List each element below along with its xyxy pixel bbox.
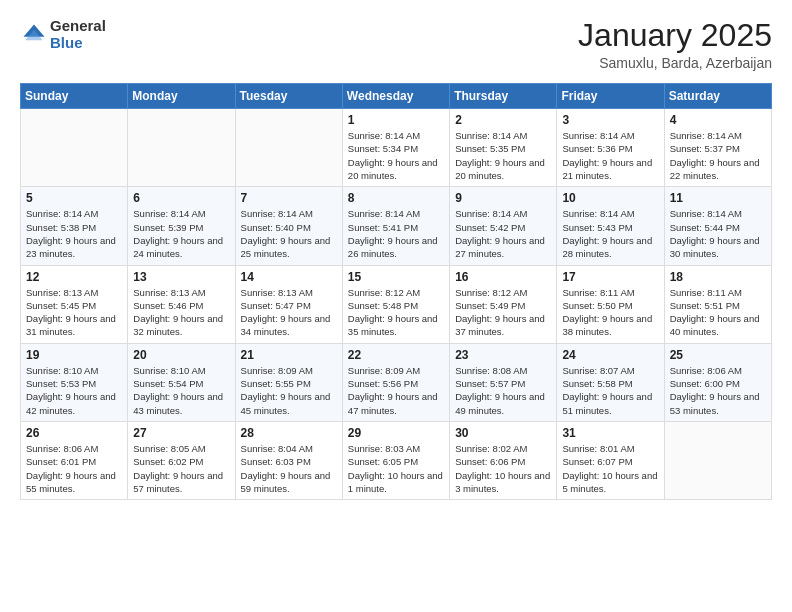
day-detail: Sunrise: 8:13 AMSunset: 5:47 PMDaylight:… — [241, 286, 337, 339]
day-cell: 11Sunrise: 8:14 AMSunset: 5:44 PMDayligh… — [664, 187, 771, 265]
day-cell: 29Sunrise: 8:03 AMSunset: 6:05 PMDayligh… — [342, 421, 449, 499]
day-cell: 22Sunrise: 8:09 AMSunset: 5:56 PMDayligh… — [342, 343, 449, 421]
day-cell: 4Sunrise: 8:14 AMSunset: 5:37 PMDaylight… — [664, 109, 771, 187]
day-cell: 31Sunrise: 8:01 AMSunset: 6:07 PMDayligh… — [557, 421, 664, 499]
day-cell: 7Sunrise: 8:14 AMSunset: 5:40 PMDaylight… — [235, 187, 342, 265]
day-cell: 8Sunrise: 8:14 AMSunset: 5:41 PMDaylight… — [342, 187, 449, 265]
day-cell — [235, 109, 342, 187]
day-number: 8 — [348, 191, 444, 205]
header: General Blue January 2025 Samuxlu, Barda… — [20, 18, 772, 71]
day-cell: 6Sunrise: 8:14 AMSunset: 5:39 PMDaylight… — [128, 187, 235, 265]
day-cell: 24Sunrise: 8:07 AMSunset: 5:58 PMDayligh… — [557, 343, 664, 421]
day-detail: Sunrise: 8:01 AMSunset: 6:07 PMDaylight:… — [562, 442, 658, 495]
day-cell: 21Sunrise: 8:09 AMSunset: 5:55 PMDayligh… — [235, 343, 342, 421]
day-detail: Sunrise: 8:09 AMSunset: 5:55 PMDaylight:… — [241, 364, 337, 417]
week-row-4: 19Sunrise: 8:10 AMSunset: 5:53 PMDayligh… — [21, 343, 772, 421]
day-number: 1 — [348, 113, 444, 127]
day-detail: Sunrise: 8:10 AMSunset: 5:54 PMDaylight:… — [133, 364, 229, 417]
day-number: 11 — [670, 191, 766, 205]
day-number: 22 — [348, 348, 444, 362]
day-number: 14 — [241, 270, 337, 284]
day-detail: Sunrise: 8:07 AMSunset: 5:58 PMDaylight:… — [562, 364, 658, 417]
day-cell: 17Sunrise: 8:11 AMSunset: 5:50 PMDayligh… — [557, 265, 664, 343]
day-detail: Sunrise: 8:14 AMSunset: 5:39 PMDaylight:… — [133, 207, 229, 260]
day-cell: 28Sunrise: 8:04 AMSunset: 6:03 PMDayligh… — [235, 421, 342, 499]
day-number: 20 — [133, 348, 229, 362]
day-number: 12 — [26, 270, 122, 284]
day-detail: Sunrise: 8:06 AMSunset: 6:01 PMDaylight:… — [26, 442, 122, 495]
day-number: 2 — [455, 113, 551, 127]
day-detail: Sunrise: 8:05 AMSunset: 6:02 PMDaylight:… — [133, 442, 229, 495]
day-detail: Sunrise: 8:14 AMSunset: 5:44 PMDaylight:… — [670, 207, 766, 260]
day-detail: Sunrise: 8:13 AMSunset: 5:46 PMDaylight:… — [133, 286, 229, 339]
day-number: 7 — [241, 191, 337, 205]
day-detail: Sunrise: 8:14 AMSunset: 5:43 PMDaylight:… — [562, 207, 658, 260]
week-row-1: 1Sunrise: 8:14 AMSunset: 5:34 PMDaylight… — [21, 109, 772, 187]
day-number: 26 — [26, 426, 122, 440]
day-number: 3 — [562, 113, 658, 127]
logo-text: General Blue — [50, 18, 106, 51]
day-number: 18 — [670, 270, 766, 284]
day-detail: Sunrise: 8:06 AMSunset: 6:00 PMDaylight:… — [670, 364, 766, 417]
day-number: 17 — [562, 270, 658, 284]
day-detail: Sunrise: 8:04 AMSunset: 6:03 PMDaylight:… — [241, 442, 337, 495]
day-cell: 16Sunrise: 8:12 AMSunset: 5:49 PMDayligh… — [450, 265, 557, 343]
day-cell: 15Sunrise: 8:12 AMSunset: 5:48 PMDayligh… — [342, 265, 449, 343]
day-number: 30 — [455, 426, 551, 440]
week-row-2: 5Sunrise: 8:14 AMSunset: 5:38 PMDaylight… — [21, 187, 772, 265]
month-title: January 2025 — [578, 18, 772, 53]
day-cell: 9Sunrise: 8:14 AMSunset: 5:42 PMDaylight… — [450, 187, 557, 265]
calendar-table: SundayMondayTuesdayWednesdayThursdayFrid… — [20, 83, 772, 500]
day-detail: Sunrise: 8:11 AMSunset: 5:50 PMDaylight:… — [562, 286, 658, 339]
day-cell: 12Sunrise: 8:13 AMSunset: 5:45 PMDayligh… — [21, 265, 128, 343]
day-detail: Sunrise: 8:14 AMSunset: 5:37 PMDaylight:… — [670, 129, 766, 182]
day-detail: Sunrise: 8:14 AMSunset: 5:36 PMDaylight:… — [562, 129, 658, 182]
weekday-header-sunday: Sunday — [21, 84, 128, 109]
weekday-header-saturday: Saturday — [664, 84, 771, 109]
day-cell: 1Sunrise: 8:14 AMSunset: 5:34 PMDaylight… — [342, 109, 449, 187]
day-cell: 18Sunrise: 8:11 AMSunset: 5:51 PMDayligh… — [664, 265, 771, 343]
day-detail: Sunrise: 8:14 AMSunset: 5:42 PMDaylight:… — [455, 207, 551, 260]
day-detail: Sunrise: 8:10 AMSunset: 5:53 PMDaylight:… — [26, 364, 122, 417]
day-cell — [21, 109, 128, 187]
day-cell: 27Sunrise: 8:05 AMSunset: 6:02 PMDayligh… — [128, 421, 235, 499]
logo-icon — [20, 21, 48, 49]
day-number: 9 — [455, 191, 551, 205]
day-number: 28 — [241, 426, 337, 440]
day-number: 29 — [348, 426, 444, 440]
day-detail: Sunrise: 8:02 AMSunset: 6:06 PMDaylight:… — [455, 442, 551, 495]
day-number: 16 — [455, 270, 551, 284]
day-cell — [128, 109, 235, 187]
logo-blue: Blue — [50, 34, 83, 51]
day-number: 31 — [562, 426, 658, 440]
day-number: 21 — [241, 348, 337, 362]
weekday-header-monday: Monday — [128, 84, 235, 109]
day-cell: 3Sunrise: 8:14 AMSunset: 5:36 PMDaylight… — [557, 109, 664, 187]
page: General Blue January 2025 Samuxlu, Barda… — [0, 0, 792, 518]
day-number: 15 — [348, 270, 444, 284]
day-number: 19 — [26, 348, 122, 362]
day-number: 23 — [455, 348, 551, 362]
day-cell: 30Sunrise: 8:02 AMSunset: 6:06 PMDayligh… — [450, 421, 557, 499]
day-cell: 14Sunrise: 8:13 AMSunset: 5:47 PMDayligh… — [235, 265, 342, 343]
day-cell: 25Sunrise: 8:06 AMSunset: 6:00 PMDayligh… — [664, 343, 771, 421]
day-cell: 13Sunrise: 8:13 AMSunset: 5:46 PMDayligh… — [128, 265, 235, 343]
day-cell: 23Sunrise: 8:08 AMSunset: 5:57 PMDayligh… — [450, 343, 557, 421]
day-detail: Sunrise: 8:09 AMSunset: 5:56 PMDaylight:… — [348, 364, 444, 417]
week-row-5: 26Sunrise: 8:06 AMSunset: 6:01 PMDayligh… — [21, 421, 772, 499]
logo: General Blue — [20, 18, 106, 51]
day-detail: Sunrise: 8:14 AMSunset: 5:38 PMDaylight:… — [26, 207, 122, 260]
day-detail: Sunrise: 8:08 AMSunset: 5:57 PMDaylight:… — [455, 364, 551, 417]
logo-general: General — [50, 17, 106, 34]
day-cell: 2Sunrise: 8:14 AMSunset: 5:35 PMDaylight… — [450, 109, 557, 187]
week-row-3: 12Sunrise: 8:13 AMSunset: 5:45 PMDayligh… — [21, 265, 772, 343]
day-detail: Sunrise: 8:14 AMSunset: 5:40 PMDaylight:… — [241, 207, 337, 260]
day-number: 4 — [670, 113, 766, 127]
location: Samuxlu, Barda, Azerbaijan — [578, 55, 772, 71]
day-cell: 5Sunrise: 8:14 AMSunset: 5:38 PMDaylight… — [21, 187, 128, 265]
day-cell: 19Sunrise: 8:10 AMSunset: 5:53 PMDayligh… — [21, 343, 128, 421]
day-detail: Sunrise: 8:03 AMSunset: 6:05 PMDaylight:… — [348, 442, 444, 495]
day-number: 6 — [133, 191, 229, 205]
day-cell: 10Sunrise: 8:14 AMSunset: 5:43 PMDayligh… — [557, 187, 664, 265]
day-detail: Sunrise: 8:14 AMSunset: 5:34 PMDaylight:… — [348, 129, 444, 182]
